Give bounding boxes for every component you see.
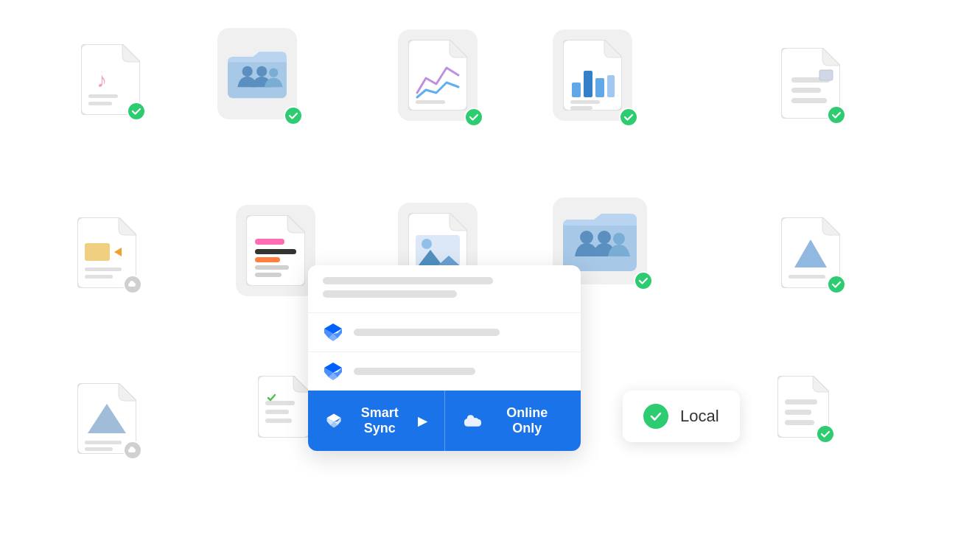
main-scene: ♪ <box>0 0 958 560</box>
menu-item-bar-1 <box>354 329 500 336</box>
svg-text:♪: ♪ <box>97 69 107 91</box>
cloud-badge-bottom <box>123 441 142 460</box>
svg-rect-11 <box>607 75 615 97</box>
svg-point-32 <box>580 231 593 244</box>
svg-point-5 <box>256 66 267 77</box>
check-badge <box>827 275 846 294</box>
check-badge <box>127 102 146 121</box>
svg-rect-21 <box>85 275 113 279</box>
bar-chart-doc-card <box>553 29 632 121</box>
svg-rect-38 <box>85 441 122 444</box>
svg-rect-20 <box>85 267 122 271</box>
svg-rect-15 <box>791 88 821 93</box>
svg-rect-44 <box>785 410 811 415</box>
check-badge <box>284 106 303 125</box>
local-option-popup[interactable]: Local <box>623 391 740 442</box>
check-badge-bottom-right <box>816 424 835 444</box>
svg-rect-40 <box>265 401 295 405</box>
triangle-doc-bottom-left-card <box>77 383 136 454</box>
music-file-card: ♪ <box>81 44 140 115</box>
context-menu: Smart Sync ▶ Online Only <box>308 265 581 451</box>
svg-rect-22 <box>255 239 284 245</box>
check-badge <box>827 105 846 125</box>
svg-rect-10 <box>595 78 604 97</box>
local-check-icon <box>643 404 668 429</box>
menu-header <box>308 265 581 312</box>
menu-item-2[interactable] <box>308 351 581 391</box>
svg-rect-25 <box>255 265 289 270</box>
smart-sync-button[interactable]: Smart Sync ▶ <box>308 391 444 451</box>
smart-sync-dropbox-icon <box>326 410 342 431</box>
menu-item-bar-2 <box>354 368 475 375</box>
svg-rect-24 <box>255 257 280 262</box>
svg-rect-13 <box>570 106 592 110</box>
svg-point-34 <box>613 233 625 245</box>
svg-point-6 <box>269 68 278 77</box>
svg-rect-26 <box>255 273 282 277</box>
svg-rect-9 <box>584 71 592 97</box>
svg-rect-17 <box>819 70 833 80</box>
svg-rect-2 <box>88 102 112 105</box>
check-badge <box>619 108 638 127</box>
local-label: Local <box>680 407 719 426</box>
svg-rect-45 <box>785 420 814 425</box>
svg-rect-23 <box>255 249 296 254</box>
svg-rect-3 <box>228 57 287 98</box>
svg-rect-8 <box>572 83 581 97</box>
svg-rect-16 <box>791 98 827 103</box>
menu-buttons: Smart Sync ▶ Online Only <box>308 391 581 451</box>
cloud-badge <box>123 275 142 294</box>
svg-rect-41 <box>265 410 289 414</box>
text-doc-top-right-card <box>781 48 840 119</box>
svg-rect-1 <box>88 94 118 98</box>
svg-point-33 <box>598 231 611 244</box>
svg-rect-42 <box>265 419 292 423</box>
shared-folder-1-card <box>217 28 297 119</box>
check-badge <box>634 271 653 290</box>
check-badge <box>464 108 483 127</box>
svg-rect-39 <box>85 447 113 451</box>
svg-rect-7 <box>416 100 445 104</box>
online-only-cloud-icon <box>463 412 483 430</box>
svg-rect-36 <box>789 275 825 279</box>
svg-point-28 <box>422 239 432 249</box>
design-doc-card <box>236 205 315 296</box>
triangle-doc-right-card <box>781 217 840 288</box>
online-only-button[interactable]: Online Only <box>444 391 581 451</box>
dropbox-icon-1 <box>323 322 343 343</box>
text-doc-bottom-2-card <box>258 376 310 438</box>
svg-rect-43 <box>785 399 817 405</box>
smart-sync-label: Smart Sync <box>351 405 408 436</box>
menu-header-bar-2 <box>323 290 457 298</box>
menu-header-bar-1 <box>323 277 493 284</box>
svg-rect-12 <box>570 100 600 104</box>
smart-sync-arrow: ▶ <box>418 414 427 428</box>
svg-rect-18 <box>85 243 110 261</box>
menu-item-1[interactable] <box>308 312 581 351</box>
svg-point-4 <box>242 66 253 77</box>
dropbox-icon-2 <box>323 361 343 382</box>
video-doc-card <box>77 217 136 288</box>
text-doc-bottom-right-card <box>777 376 829 438</box>
chart-line-doc-card <box>398 29 478 121</box>
online-only-label: Online Only <box>492 405 563 436</box>
